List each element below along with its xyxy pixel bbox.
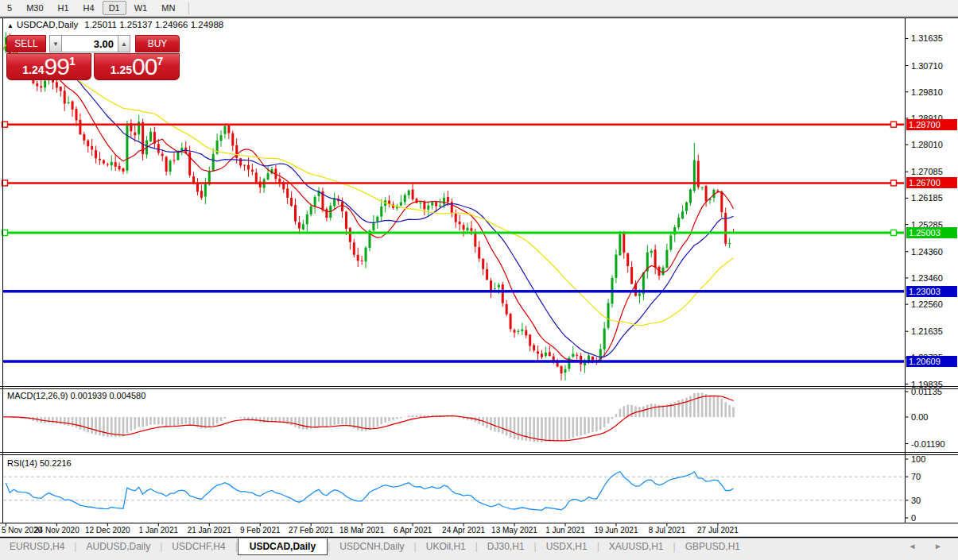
symbol-period-label: USDCAD,Daily bbox=[17, 20, 78, 29]
chart-title: ▲USDCAD,Daily1.25011 1.25137 1.24966 1.2… bbox=[7, 20, 223, 29]
timeframe-toolbar: 5M30H1H4D1W1MN bbox=[0, 0, 958, 16]
date-tick-label: 8 Jul 2021 bbox=[649, 526, 685, 535]
tab-gbpusd-h1[interactable]: GBPUSD,H1 bbox=[676, 539, 750, 554]
rsi-tick-label: 30 bbox=[911, 496, 921, 505]
price-tick-label: 1.23460 bbox=[911, 273, 943, 283]
date-tick-label: 24 Nov 2020 bbox=[34, 526, 80, 535]
macd-tick-label: 0.01135 bbox=[911, 387, 942, 396]
timeframe-button-mn[interactable]: MN bbox=[155, 1, 181, 15]
volume-increase-button[interactable]: ▲ bbox=[118, 35, 130, 52]
tab-usdcad-daily[interactable]: USDCAD,Daily bbox=[238, 539, 328, 555]
price-line-badge-1.20609: 1.20609 bbox=[906, 356, 957, 367]
volume-input[interactable]: 3.00 bbox=[62, 35, 118, 52]
bid-prefix: 1.24 bbox=[22, 62, 44, 78]
tab-dj30-h1[interactable]: DJ30,H1 bbox=[478, 539, 534, 554]
timeframe-button-h1[interactable]: H1 bbox=[52, 1, 76, 15]
ask-price-display[interactable]: 1.25 00 7 bbox=[94, 53, 180, 80]
ask-pip-digit: 7 bbox=[157, 55, 163, 68]
date-tick-label: 1 Jan 2021 bbox=[139, 526, 179, 535]
timeframe-button-m30[interactable]: M30 bbox=[20, 1, 49, 15]
date-tick-label: 18 Mar 2021 bbox=[339, 526, 384, 535]
tab-scroll-arrows[interactable]: ◄ ► bbox=[908, 542, 950, 550]
rsi-tick-label: 70 bbox=[911, 472, 921, 481]
price-line-badge-1.26700: 1.26700 bbox=[906, 177, 957, 188]
bid-pip-digit: 1 bbox=[69, 55, 76, 68]
timeframe-button-d1[interactable]: D1 bbox=[103, 1, 126, 15]
toolbar-separator bbox=[188, 2, 189, 14]
tab-usdchf-h4[interactable]: USDCHF,H4 bbox=[162, 539, 235, 554]
tab-usdx-h1[interactable]: USDX,H1 bbox=[537, 539, 597, 554]
price-tick-label: 1.29810 bbox=[911, 87, 943, 97]
date-tick-label: 9 Feb 2021 bbox=[240, 526, 281, 535]
price-tick-label: 1.28010 bbox=[911, 140, 943, 149]
date-tick-label: 6 Apr 2021 bbox=[394, 526, 432, 535]
bid-big-digits: 99 bbox=[45, 56, 69, 78]
date-tick-label: 24 Apr 2021 bbox=[442, 526, 485, 535]
price-line-badge-1.25003: 1.25003 bbox=[906, 227, 957, 238]
buy-button[interactable]: BUY bbox=[135, 35, 180, 52]
rsi-tick-label: 100 bbox=[911, 454, 925, 464]
date-tick-label: 13 May 2021 bbox=[491, 526, 537, 535]
price-tick-label: 1.27085 bbox=[911, 167, 943, 176]
price-line-badge-1.28700: 1.28700 bbox=[906, 119, 957, 130]
date-tick-label: 12 Dec 2020 bbox=[85, 526, 130, 535]
collapse-panel-icon[interactable]: ▲ bbox=[7, 22, 14, 29]
price-tick-label: 1.21635 bbox=[911, 326, 943, 336]
price-tick-label: 1.31635 bbox=[911, 33, 943, 43]
ohlc-readout: 1.25011 1.25137 1.24966 1.24988 bbox=[84, 20, 223, 29]
bid-price-display[interactable]: 1.24 99 1 bbox=[6, 53, 91, 80]
timeframe-button-h4[interactable]: H4 bbox=[77, 1, 101, 15]
tab-ukoil-h1[interactable]: UKOil,H1 bbox=[417, 539, 475, 554]
price-line-badge-1.23003: 1.23003 bbox=[906, 286, 957, 297]
timeframe-button-w1[interactable]: W1 bbox=[128, 1, 154, 15]
price-tick-label: 1.30710 bbox=[911, 61, 943, 71]
timeframe-button-5[interactable]: 5 bbox=[1, 1, 18, 15]
macd-tick-label: 0.00 bbox=[911, 412, 928, 422]
chart-canvas bbox=[0, 0, 958, 560]
rsi-tick-label: 0 bbox=[911, 513, 916, 523]
price-tick-label: 1.24360 bbox=[911, 247, 943, 257]
chart-tab-bar: EURUSD,H4|AUDUSD,Daily|USDCHF,H4|USDCAD,… bbox=[0, 539, 958, 560]
date-tick-label: 27 Feb 2021 bbox=[289, 526, 333, 535]
date-tick-label: 19 Jun 2021 bbox=[594, 526, 638, 535]
price-line-handle[interactable] bbox=[891, 230, 897, 236]
ask-big-digits: 00 bbox=[132, 56, 157, 78]
tab-audusd-daily[interactable]: AUDUSD,Daily bbox=[76, 539, 160, 554]
tab-eurusd-h4[interactable]: EURUSD,H4 bbox=[0, 539, 74, 554]
price-tick-label: 1.26185 bbox=[911, 193, 943, 203]
volume-decrease-button[interactable]: ▼ bbox=[49, 35, 62, 52]
price-line-handle[interactable] bbox=[891, 122, 897, 127]
macd-indicator-label: MACD(12,26,9) 0.001939 0.004580 bbox=[7, 391, 145, 400]
sell-button[interactable]: SELL bbox=[6, 35, 46, 52]
tab-xauusd-h1[interactable]: XAUUSD,H1 bbox=[599, 539, 673, 554]
price-tick-label: 1.22560 bbox=[911, 299, 943, 309]
date-tick-label: 1 Jun 2021 bbox=[545, 526, 585, 535]
one-click-trading-panel: SELL ▼ 3.00 ▲ BUY 1.24 99 1 1.25 00 7 bbox=[6, 35, 180, 80]
price-line-handle[interactable] bbox=[891, 180, 897, 186]
rsi-indicator-label: RSI(14) 50.2216 bbox=[7, 458, 72, 468]
date-tick-label: 21 Jan 2021 bbox=[188, 526, 231, 535]
ask-prefix: 1.25 bbox=[111, 62, 132, 78]
tab-usdcnh-daily[interactable]: USDCNH,Daily bbox=[330, 539, 413, 554]
date-tick-label: 27 Jul 2021 bbox=[697, 526, 739, 535]
macd-tick-label: -0.01190 bbox=[911, 439, 945, 449]
